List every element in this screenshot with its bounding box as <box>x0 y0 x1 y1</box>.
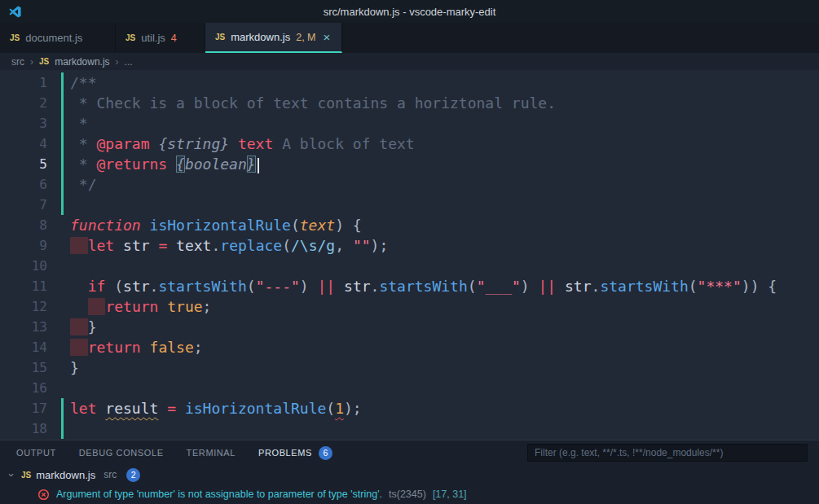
line-number[interactable]: 4 <box>0 134 47 154</box>
breadcrumb-item-symbol[interactable]: ... <box>125 56 133 68</box>
problem-error-row[interactable]: Argument of type 'number' is not assigna… <box>0 484 819 504</box>
close-icon[interactable]: × <box>324 30 331 44</box>
line-number[interactable]: 6 <box>0 174 47 195</box>
editor-tab-bar: JS document.js JS util.js 4 JS markdown.… <box>0 23 819 53</box>
code-token: false <box>150 339 194 356</box>
tab-label: document.js <box>25 32 82 44</box>
line-number[interactable]: 17 <box>0 398 47 419</box>
breadcrumb-item-file[interactable]: markdown.js <box>55 56 109 68</box>
code-line[interactable]: 5 * @returns {boolean} <box>0 154 819 174</box>
panel-tab-debug-console[interactable]: DEBUG CONSOLE <box>79 448 164 458</box>
code-token: if <box>88 278 106 295</box>
code-token: } <box>247 156 256 173</box>
line-number[interactable]: 13 <box>0 317 47 337</box>
code-token <box>141 217 150 234</box>
chevron-down-icon[interactable]: › <box>6 470 18 480</box>
code-text: let result = isHorizontalRule(1); <box>64 398 362 419</box>
code-line[interactable]: 8function isHorizontalRule(text) { <box>0 215 819 235</box>
problems-filter-input[interactable] <box>527 444 808 462</box>
line-number[interactable]: 1 <box>0 72 47 93</box>
code-line[interactable]: 11 if (str.startsWith("---") || str.star… <box>0 276 819 296</box>
line-number[interactable]: 11 <box>0 276 47 296</box>
line-number[interactable]: 16 <box>0 378 47 398</box>
code-line[interactable]: 2 * Check is a block of text contains a … <box>0 93 819 113</box>
code-editor[interactable]: 1/**2 * Check is a block of text contain… <box>0 70 819 440</box>
code-token: /\s/g <box>291 237 335 254</box>
code-token: return <box>105 298 158 315</box>
code-line[interactable]: 4 * @param {string} text A block of text <box>0 134 819 154</box>
code-token <box>70 298 88 315</box>
code-token: )) <box>742 278 760 295</box>
code-line[interactable]: 18 <box>0 419 819 439</box>
line-number[interactable]: 15 <box>0 357 47 378</box>
js-file-icon: JS <box>21 471 31 480</box>
code-line[interactable]: 7 <box>0 195 819 215</box>
code-token: "___" <box>477 278 521 295</box>
code-token <box>229 135 238 152</box>
code-token: , <box>335 237 344 254</box>
line-number[interactable]: 2 <box>0 93 47 113</box>
line-number[interactable]: 12 <box>0 296 47 317</box>
panel-tab-terminal[interactable]: TERMINAL <box>187 448 236 458</box>
code-text <box>64 195 70 215</box>
code-line[interactable]: 13 } <box>0 317 819 337</box>
line-number[interactable]: 3 <box>0 113 47 134</box>
code-text: } <box>64 317 97 337</box>
file-problems-count-badge: 2 <box>126 468 140 482</box>
code-token: true <box>167 298 202 315</box>
code-token: ); <box>344 400 362 417</box>
code-line[interactable]: 9 let str = text.replace(/\s/g, ""); <box>0 235 819 256</box>
code-token: ( <box>291 217 300 234</box>
code-line[interactable]: 15} <box>0 357 819 378</box>
code-token: * <box>70 135 97 152</box>
line-number[interactable]: 7 <box>0 195 47 215</box>
code-token: replace <box>220 237 282 254</box>
line-number[interactable]: 14 <box>0 337 47 357</box>
tab-util-js[interactable]: JS util.js 4 <box>116 23 205 53</box>
code-text <box>64 419 70 439</box>
code-line[interactable]: 14 return false; <box>0 337 819 357</box>
code-token <box>70 318 88 335</box>
code-line[interactable]: 17let result = isHorizontalRule(1); <box>0 398 819 419</box>
problems-file-row[interactable]: › JS markdown.js src 2 <box>0 465 819 484</box>
error-message: Argument of type 'number' is not assigna… <box>56 489 382 500</box>
code-text: * @returns {boolean} <box>64 154 259 174</box>
code-token: let <box>88 237 115 254</box>
code-line[interactable]: 10 <box>0 256 819 276</box>
breadcrumb: src › JS markdown.js › ... <box>0 53 819 70</box>
tab-document-js[interactable]: JS document.js <box>0 23 116 53</box>
code-token <box>335 278 344 295</box>
line-number[interactable]: 5 <box>0 154 47 174</box>
code-token <box>158 298 167 315</box>
code-token: . <box>371 278 380 295</box>
line-number[interactable]: 18 <box>0 419 47 439</box>
chevron-right-icon: › <box>116 56 119 68</box>
line-number[interactable]: 10 <box>0 256 47 276</box>
code-text: return false; <box>64 337 203 357</box>
line-number[interactable]: 9 <box>0 235 47 256</box>
code-line[interactable]: 6 */ <box>0 174 819 195</box>
breadcrumb-item-src[interactable]: src <box>11 56 24 68</box>
code-token: startsWith <box>600 278 688 295</box>
code-token: return <box>88 339 141 356</box>
code-line[interactable]: 1/** <box>0 72 819 93</box>
code-token: { <box>353 217 362 234</box>
code-token: . <box>592 278 601 295</box>
code-line[interactable]: 12 return true; <box>0 296 819 317</box>
tab-markdown-js[interactable]: JS markdown.js 2, M × <box>205 23 342 53</box>
code-token: ); <box>371 237 389 254</box>
code-line[interactable]: 3 * <box>0 113 819 134</box>
code-text: * <box>64 113 88 134</box>
code-token: str <box>344 278 371 295</box>
code-token: A block of text <box>273 135 414 152</box>
panel-tab-problems[interactable]: PROBLEMS <box>258 448 312 458</box>
line-number[interactable]: 8 <box>0 215 47 235</box>
panel-tab-output[interactable]: OUTPUT <box>16 448 56 458</box>
code-token: ( <box>282 237 291 254</box>
code-token: text <box>238 135 273 152</box>
code-token: "---" <box>256 278 300 295</box>
code-text: * @param {string} text A block of text <box>64 134 415 154</box>
code-line[interactable]: 16 <box>0 378 819 398</box>
code-token <box>97 400 106 417</box>
code-token <box>105 278 114 295</box>
